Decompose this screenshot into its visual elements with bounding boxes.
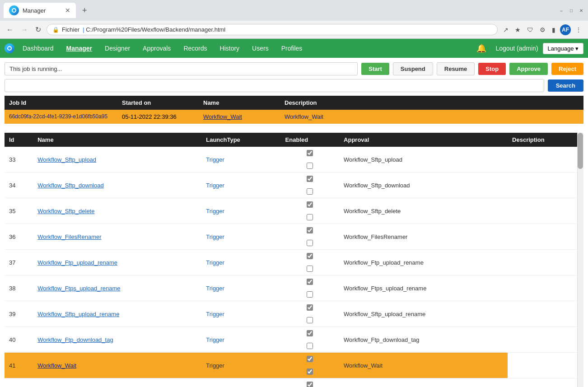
wf-approval-cell[interactable] xyxy=(281,365,339,378)
cast-button[interactable]: ↗ xyxy=(501,24,510,35)
maximize-button[interactable]: □ xyxy=(568,7,574,14)
wf-approval-cell[interactable] xyxy=(281,288,339,301)
new-tab-button[interactable]: + xyxy=(79,4,91,17)
close-window-button[interactable]: ✕ xyxy=(578,7,584,14)
wf-name-cell[interactable]: Workflow_Ftp_upload_rename xyxy=(33,250,201,275)
wf-approval-cell[interactable] xyxy=(281,185,339,198)
nav-history[interactable]: History xyxy=(214,40,246,56)
reject-button[interactable]: Reject xyxy=(551,63,583,75)
wf-enabled-cell[interactable] xyxy=(281,301,339,314)
sidebar-button[interactable]: ▮ xyxy=(550,24,557,35)
job-row[interactable]: 66dc09fa-22cd-4fe1-9239-e1d06fb50a95 05-… xyxy=(5,110,583,124)
approval-checkbox[interactable] xyxy=(307,214,313,220)
address-bar[interactable]: 🔒 Fichier | C:/Program%20Files/Wexflow/B… xyxy=(47,24,498,35)
wf-enabled-cell[interactable] xyxy=(281,147,339,159)
enabled-checkbox[interactable] xyxy=(307,176,313,182)
wf-name-cell[interactable]: Workflow_Sftp_upload_rename xyxy=(33,301,201,327)
menu-button[interactable]: ⋮ xyxy=(574,24,583,35)
approval-checkbox[interactable] xyxy=(307,266,313,272)
suspend-button[interactable]: Suspend xyxy=(393,62,433,75)
workflow-row[interactable]: 33 Workflow_Sftp_upload Trigger Workflow… xyxy=(5,147,583,173)
nav-designer[interactable]: Designer xyxy=(98,40,136,56)
wf-enabled-cell[interactable] xyxy=(281,275,339,288)
refresh-button[interactable]: ↻ xyxy=(33,23,43,36)
language-selector[interactable]: Language ▾ xyxy=(543,43,583,54)
forward-button[interactable]: → xyxy=(19,24,30,36)
resume-button[interactable]: Resume xyxy=(437,62,475,75)
extensions-button[interactable]: ⚙ xyxy=(538,24,547,35)
approval-checkbox[interactable] xyxy=(307,163,313,169)
workflow-row[interactable]: 35 Workflow_Sftp_delete Trigger Workflow… xyxy=(5,198,583,224)
approval-checkbox[interactable] xyxy=(307,343,313,349)
wf-name-cell[interactable]: Workflow_FilesExist xyxy=(33,378,201,387)
enabled-checkbox[interactable] xyxy=(307,279,313,285)
stop-button[interactable]: Stop xyxy=(478,63,506,75)
enabled-checkbox[interactable] xyxy=(307,356,313,362)
wf-name-cell[interactable]: Workflow_Ftps_upload_rename xyxy=(33,275,201,301)
wf-name-cell[interactable]: Workflow_Ftp_download_tag xyxy=(33,327,201,353)
enabled-checkbox[interactable] xyxy=(307,201,313,208)
workflow-row[interactable]: 39 Workflow_Sftp_upload_rename Trigger W… xyxy=(5,301,583,327)
workflow-row[interactable]: 36 Workflow_FilesRenamer Trigger Workflo… xyxy=(5,224,583,250)
wf-approval-cell[interactable] xyxy=(281,159,339,172)
workflow-row[interactable]: 38 Workflow_Ftps_upload_rename Trigger W… xyxy=(5,275,583,301)
wf-enabled-cell[interactable] xyxy=(281,224,339,237)
logout-button[interactable]: Logout (admin) xyxy=(491,45,542,52)
wf-enabled-cell[interactable] xyxy=(281,198,339,211)
wf-approval-cell[interactable] xyxy=(281,211,339,224)
approval-checkbox[interactable] xyxy=(307,291,313,298)
enabled-checkbox[interactable] xyxy=(307,330,313,336)
wf-enabled-cell[interactable] xyxy=(281,378,339,387)
wf-approval-cell[interactable] xyxy=(281,340,339,352)
approval-checkbox[interactable] xyxy=(307,240,313,246)
nav-manager[interactable]: Manager xyxy=(60,40,99,56)
wf-approval-cell[interactable] xyxy=(281,314,339,326)
workflow-row[interactable]: 40 Workflow_Ftp_download_tag Trigger Wor… xyxy=(5,327,583,353)
nav-dashboard[interactable]: Dashboard xyxy=(16,40,60,56)
nav-approvals[interactable]: Approvals xyxy=(136,40,177,56)
approval-checkbox[interactable] xyxy=(307,317,313,323)
scrollbar[interactable] xyxy=(577,133,583,387)
workflow-row[interactable]: 34 Workflow_Sftp_download Trigger Workfl… xyxy=(5,173,583,198)
wf-name-cell[interactable]: Workflow_FilesRenamer xyxy=(33,224,201,250)
enabled-checkbox[interactable] xyxy=(307,150,313,156)
tab-close-button[interactable]: ✕ xyxy=(65,7,70,14)
nav-profiles[interactable]: Profiles xyxy=(275,40,309,56)
jobs-col-desc: Description xyxy=(285,99,579,106)
approval-checkbox[interactable] xyxy=(307,368,313,375)
nav-records[interactable]: Records xyxy=(177,40,213,56)
profile-avatar[interactable]: AF xyxy=(560,24,571,35)
wf-approval-cell[interactable] xyxy=(281,262,339,275)
workflow-row[interactable]: 37 Workflow_Ftp_upload_rename Trigger Wo… xyxy=(5,250,583,275)
enabled-checkbox[interactable] xyxy=(307,227,313,233)
wf-enabled-cell[interactable] xyxy=(281,327,339,340)
scrollbar-thumb[interactable] xyxy=(578,133,583,169)
wf-enabled-cell[interactable] xyxy=(281,250,339,262)
browser-tab[interactable]: Manager ✕ xyxy=(4,3,76,18)
wf-name-cell[interactable]: Workflow_Sftp_delete xyxy=(33,198,201,224)
minimize-button[interactable]: – xyxy=(558,7,565,14)
enabled-checkbox[interactable] xyxy=(307,253,313,259)
wf-approval-cell[interactable] xyxy=(281,237,339,249)
approve-button[interactable]: Approve xyxy=(509,63,548,75)
workflow-row[interactable]: 41 Workflow_Wait Trigger Workflow_Wait xyxy=(5,353,583,378)
workflow-row[interactable]: 42 Workflow_FilesExist Trigger Workflow_… xyxy=(5,378,583,387)
notification-bell-icon[interactable]: 🔔 xyxy=(472,43,491,53)
wf-enabled-cell[interactable] xyxy=(281,173,339,185)
search-button[interactable]: Search xyxy=(548,79,583,92)
wf-enabled-cell[interactable] xyxy=(281,353,339,365)
approval-checkbox[interactable] xyxy=(307,188,313,195)
nav-users[interactable]: Users xyxy=(246,40,275,56)
enabled-checkbox[interactable] xyxy=(307,382,313,387)
enabled-checkbox[interactable] xyxy=(307,304,313,311)
job-status-input[interactable] xyxy=(5,62,358,75)
wf-name-cell[interactable]: Workflow_Sftp_upload xyxy=(33,147,201,173)
back-button[interactable]: ← xyxy=(5,24,15,36)
wf-desc-cell: Workflow_FilesExist xyxy=(339,378,508,387)
start-button[interactable]: Start xyxy=(361,63,389,75)
wf-name-cell[interactable]: Workflow_Wait xyxy=(33,353,201,378)
wf-name-cell[interactable]: Workflow_Sftp_download xyxy=(33,173,201,198)
bookmark-button[interactable]: ★ xyxy=(513,24,523,35)
search-input[interactable] xyxy=(5,79,544,92)
shield-button[interactable]: 🛡 xyxy=(525,24,535,35)
